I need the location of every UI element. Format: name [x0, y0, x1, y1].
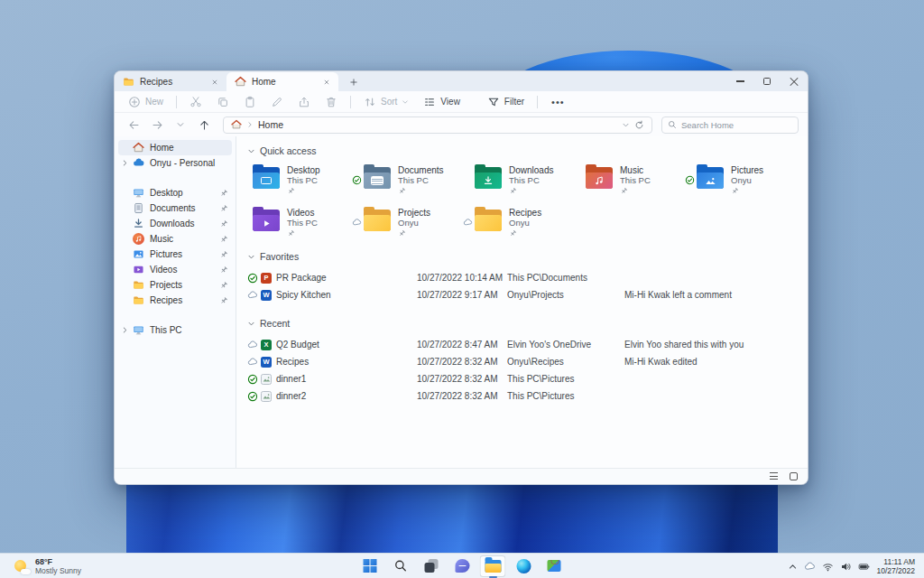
maximize-button[interactable]	[753, 71, 781, 91]
address-dropdown-icon[interactable]	[622, 121, 630, 129]
chat-button[interactable]	[449, 555, 476, 577]
tile-music[interactable]: MusicThis PC	[586, 163, 697, 198]
rename-button[interactable]	[264, 93, 290, 111]
cut-icon	[189, 96, 202, 108]
sidebar-item-music[interactable]: Music	[118, 231, 232, 247]
sidebar-item-this-pc[interactable]: This PC	[118, 322, 232, 338]
file-row-q2-budget[interactable]: X Q2 Budget 10/27/2022 8:47 AM Elvin Yoo…	[247, 336, 808, 353]
chevron-down-icon	[247, 253, 255, 261]
up-button[interactable]	[194, 116, 214, 134]
microsoft-store-button[interactable]	[541, 555, 568, 577]
file-row-spicy-kitchen[interactable]: W Spicy Kitchen 10/27/2022 9:17 AM Onyu\…	[247, 286, 808, 303]
recent-locations-button[interactable]	[171, 116, 190, 134]
close-tab-icon[interactable]	[320, 76, 333, 89]
copy-button[interactable]	[210, 93, 236, 111]
start-button[interactable]	[357, 555, 383, 577]
tile-location: Onyu	[509, 219, 541, 228]
synced-check-icon	[247, 273, 258, 284]
sidebar-item-documents[interactable]: Documents	[118, 200, 232, 216]
copy-icon	[217, 96, 229, 108]
paste-button[interactable]	[237, 93, 263, 111]
delete-button[interactable]	[319, 93, 344, 111]
sort-label: Sort	[381, 97, 397, 107]
share-button[interactable]	[291, 93, 317, 111]
large-icons-view-button[interactable]	[786, 471, 800, 482]
synced-check-icon	[685, 175, 695, 185]
sidebar-label: Pictures	[150, 249, 182, 259]
cut-button[interactable]	[183, 93, 208, 111]
pin-icon	[219, 235, 228, 244]
tile-downloads[interactable]: DownloadsThis PC	[475, 163, 586, 198]
sidebar-label: Onyu - Personal	[150, 158, 215, 168]
show-hidden-icons-button[interactable]	[788, 562, 798, 572]
task-view-icon	[425, 559, 439, 573]
sidebar-item-home[interactable]: Home	[118, 140, 232, 155]
new-tab-button[interactable]	[346, 74, 362, 90]
filter-button[interactable]: Filter	[481, 93, 531, 111]
file-row-dinner1[interactable]: dinner1 10/27/2022 8:32 AM This PC\Pictu…	[247, 370, 808, 387]
forward-button[interactable]	[147, 116, 167, 134]
tile-pictures[interactable]: PicturesOnyu	[697, 163, 808, 198]
sidebar-item-downloads[interactable]: Downloads	[118, 216, 232, 231]
new-button[interactable]: New	[122, 93, 170, 111]
file-row-pr-package[interactable]: P PR Package 10/27/2022 10:14 AM This PC…	[247, 269, 808, 286]
back-button[interactable]	[124, 116, 143, 134]
tab-recipes[interactable]: Recipes	[115, 72, 226, 91]
wifi-icon[interactable]	[822, 561, 834, 573]
edge-button[interactable]	[511, 555, 537, 577]
search-button[interactable]	[388, 555, 414, 577]
tile-recipes[interactable]: RecipesOnyu	[475, 206, 586, 240]
pin-icon	[219, 296, 228, 305]
breadcrumb-segment[interactable]: Home	[258, 119, 283, 130]
section-favorites[interactable]: Favorites	[247, 249, 808, 264]
refresh-icon[interactable]	[634, 120, 644, 130]
chevron-right-icon[interactable]	[121, 159, 129, 167]
onedrive-tray-icon[interactable]	[804, 561, 816, 573]
music-folder-icon	[586, 167, 613, 189]
battery-icon[interactable]	[858, 561, 870, 573]
file-row-recipes[interactable]: W Recipes 10/27/2022 8:32 AM Onyu\Recipe…	[247, 353, 808, 370]
file-explorer-button[interactable]	[480, 555, 506, 577]
file-location: Onyu\Recipes	[507, 357, 624, 367]
minimize-button[interactable]	[726, 71, 753, 91]
pin-icon	[398, 229, 406, 238]
task-view-button[interactable]	[419, 555, 445, 577]
sidebar-item-recipes[interactable]: Recipes	[118, 293, 232, 308]
minimize-icon	[736, 80, 744, 81]
tile-projects[interactable]: ProjectsOnyu	[364, 206, 475, 240]
view-button[interactable]: View	[417, 93, 467, 111]
tile-documents[interactable]: DocumentsThis PC	[364, 163, 475, 198]
file-location: This PC\Documents	[507, 273, 624, 283]
section-quick-access[interactable]: Quick access	[247, 144, 808, 158]
details-view-button[interactable]	[766, 471, 781, 482]
section-recent[interactable]: Recent	[247, 316, 808, 331]
large-icons-view-icon	[790, 472, 798, 480]
tile-location: This PC	[620, 176, 651, 185]
tab-home[interactable]: Home	[226, 72, 338, 91]
close-button[interactable]	[781, 71, 808, 91]
tile-desktop[interactable]: DesktopThis PC	[253, 163, 364, 198]
breadcrumb[interactable]: Home	[223, 117, 652, 134]
pin-icon	[219, 281, 228, 290]
sidebar-item-videos[interactable]: Videos	[118, 262, 232, 277]
recipes-folder-icon	[475, 210, 502, 231]
sidebar-item-pictures[interactable]: Pictures	[118, 247, 232, 262]
home-icon	[133, 142, 144, 154]
file-row-dinner2[interactable]: dinner2 10/27/2022 8:32 AM This PC\Pictu…	[247, 387, 808, 405]
trash-icon	[325, 96, 337, 108]
search-input[interactable]	[681, 120, 781, 130]
close-tab-icon[interactable]	[208, 76, 221, 89]
tile-videos[interactable]: VideosThis PC	[253, 206, 364, 240]
up-arrow-icon	[199, 119, 210, 131]
tile-location: This PC	[287, 176, 320, 185]
widgets-button[interactable]: 68°F Mostly Sunny	[7, 554, 88, 578]
tile-location: This PC	[398, 176, 444, 185]
see-more-button[interactable]: •••	[544, 97, 572, 107]
volume-icon[interactable]	[840, 561, 852, 573]
sidebar-item-projects[interactable]: Projects	[118, 277, 232, 293]
sort-button[interactable]: Sort	[357, 93, 415, 111]
sidebar-item-desktop[interactable]: Desktop	[118, 185, 232, 200]
clock[interactable]: 11:11 AM 10/27/2022	[876, 557, 915, 575]
sidebar-item-onedrive[interactable]: Onyu - Personal	[118, 155, 232, 171]
chevron-right-icon[interactable]	[121, 326, 129, 334]
